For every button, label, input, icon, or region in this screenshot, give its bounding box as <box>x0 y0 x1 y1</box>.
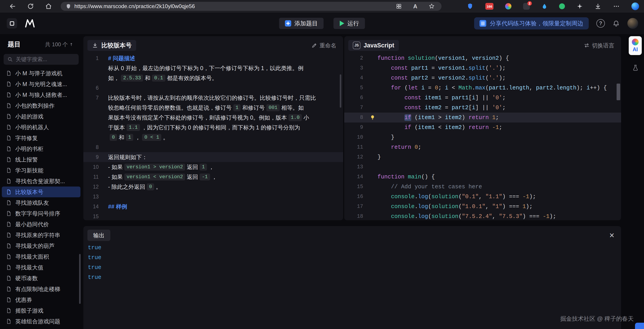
sidebar-item-label: 寻找原来的字符串 <box>15 232 60 239</box>
bell-icon[interactable] <box>612 20 620 27</box>
sidebar-scrollbar[interactable] <box>79 254 81 304</box>
switch-language-button[interactable]: 切换语言 <box>584 42 614 49</box>
code-line[interactable]: 18 console.log(solution("7.5.2.4", "7.5.… <box>344 212 621 220</box>
app-logo-mark[interactable] <box>7 18 17 28</box>
sidebar-item[interactable]: 数字字母问号排序 <box>2 208 80 219</box>
rename-button[interactable]: 重命名 <box>312 42 336 49</box>
output-line: true <box>83 262 621 272</box>
quick-fix-bulb-icon[interactable] <box>368 114 378 120</box>
code-line[interactable]: 5 for (let i = 0; i < Math.max(part1.len… <box>344 83 621 93</box>
code-line[interactable]: 6 const item1 = part1[i] || '0'; <box>344 93 621 103</box>
run-button[interactable]: 运行 <box>334 18 365 29</box>
document-icon <box>6 286 12 292</box>
code-line[interactable]: 7 const item2 = part2[i] || '0'; <box>344 103 621 112</box>
code-line-text: const part1 = version1.split('.'); <box>378 65 506 72</box>
line-number: 14 <box>344 174 368 180</box>
code-line[interactable]: 8 if (item1 > item2) return 1; <box>344 112 621 122</box>
language-chip[interactable]: JS JavaScript <box>348 40 399 51</box>
split-screen-icon[interactable] <box>395 3 402 10</box>
code-line[interactable]: 17 console.log(solution("1.0.1", "1") ==… <box>344 202 621 212</box>
sidebar-item[interactable]: 学习新技能 <box>2 165 80 176</box>
ai-assistant-button[interactable]: AI <box>629 36 642 55</box>
sidebar-item-label: 硬币凑数 <box>15 274 38 282</box>
sidebar-item-selected[interactable]: 比较版本号 <box>2 186 80 197</box>
downloads-icon[interactable] <box>594 3 601 10</box>
avatar[interactable] <box>627 18 638 29</box>
line-number: 6 <box>344 95 368 101</box>
green-dot-icon[interactable] <box>559 3 565 9</box>
code-line[interactable]: 14function main() { <box>344 172 621 182</box>
code-line[interactable]: 11 return 0; <box>344 142 621 152</box>
code-line-text: if (item1 > item2) return 1; <box>378 114 499 121</box>
document-icon <box>6 168 12 173</box>
sidebar-item[interactable]: 小 M 与狼人拯救者... <box>2 90 80 100</box>
code-line[interactable]: 10 } <box>344 132 621 142</box>
debug-flask-icon[interactable] <box>632 64 639 72</box>
sidebar-item[interactable]: 小 M 与弹子游戏机 <box>2 68 80 79</box>
sidebar-item[interactable] <box>2 327 80 329</box>
ublock-icon[interactable]: 166 <box>485 3 494 10</box>
browser-logo-icon[interactable] <box>632 2 639 10</box>
sidebar-item[interactable]: 寻找最大的葫芦 <box>2 240 80 251</box>
code-line[interactable]: 4 const part2 = version2.split('.'); <box>344 73 621 83</box>
line-number: 7 <box>83 95 105 101</box>
doc-line: 0 和 1，0 < 1。 <box>83 132 343 142</box>
sidebar-item[interactable]: 寻找原来的字符串 <box>2 230 80 240</box>
sidebar-item[interactable]: 英雄组合游戏问题 <box>2 316 80 327</box>
sidebar-item[interactable]: 寻找游戏队友 <box>2 197 80 208</box>
back-icon[interactable] <box>9 3 16 10</box>
output-tab[interactable]: 输出 <box>88 230 110 241</box>
editor-scrollbar[interactable] <box>616 84 620 100</box>
sidebar-item[interactable]: 小包的数列操作 <box>2 100 80 111</box>
document-icon <box>6 103 12 108</box>
code-line[interactable]: 13 <box>344 162 621 172</box>
read-aloud-icon[interactable]: A <box>413 3 417 10</box>
sidebar-item[interactable]: 小明的机器人 <box>2 122 80 132</box>
editor-panel-header: JS JavaScript 切换语言 <box>344 36 621 52</box>
sidebar-item[interactable]: 小 M 与光明之魂速... <box>2 79 80 90</box>
color-wheel-icon[interactable] <box>505 3 512 10</box>
problem-content[interactable]: 1# 问题描述标从 0 开始，最左边的修订号下标为 0，下一个修订号下标为 1，… <box>83 53 343 220</box>
address-bar[interactable]: https://www.marscode.cn/practice/2k10yl0… <box>61 2 442 11</box>
sidebar-item[interactable]: 字符修复 <box>2 132 80 144</box>
code-line[interactable]: 16 console.log(solution("0.1", "1.1") ==… <box>344 192 621 202</box>
share-banner[interactable]: 分享代码练习体验，领限量定制周边 <box>474 17 589 30</box>
favorite-star-icon[interactable] <box>428 3 435 10</box>
sidebar-item[interactable]: 寻找最大值 <box>2 262 80 273</box>
sidebar-item[interactable]: 寻找包含斐波那契... <box>2 176 80 186</box>
sidebar-item[interactable]: 有点限制地走楼梯 <box>2 284 80 294</box>
code-line[interactable]: 3 const part1 = version1.split('.'); <box>344 63 621 73</box>
home-icon[interactable] <box>45 3 52 10</box>
sidebar-item[interactable]: 寻找最大面积 <box>2 251 80 262</box>
adblock-shield-icon[interactable] <box>466 3 474 10</box>
problem-title-chip[interactable]: 比较版本号 <box>88 40 136 51</box>
sidebar-item[interactable]: 小明的书柜 <box>2 144 80 154</box>
line-number: 18 <box>344 214 368 219</box>
search-input[interactable] <box>16 56 75 62</box>
refresh-icon[interactable] <box>27 3 34 10</box>
sidebar-item[interactable]: 优惠券 <box>2 294 80 305</box>
sidebar-item[interactable]: 摇骰子游戏 <box>2 305 80 316</box>
chat-extension-icon[interactable]: 2 <box>523 3 530 10</box>
add-problem-button[interactable]: 添加题目 <box>279 18 324 29</box>
sparkle-icon[interactable] <box>576 3 583 10</box>
code-line-text: for (let i = 0; i < Math.max(part1.lengt… <box>378 85 607 91</box>
sidebar-item[interactable]: 最小趋同代价 <box>2 219 80 230</box>
sidebar-item[interactable]: 小超的游戏 <box>2 111 80 122</box>
code-line[interactable]: 9 if (item1 < item2) return -1; <box>344 122 621 132</box>
water-drop-icon[interactable] <box>542 3 548 9</box>
code-content[interactable]: 2function solution(version1, version2) {… <box>344 53 621 220</box>
description-scrollbar[interactable] <box>340 74 341 108</box>
help-icon[interactable]: ? <box>596 19 605 28</box>
code-line[interactable]: 15 // Add your test cases here <box>344 182 621 192</box>
sidebar-item[interactable]: 线上报警 <box>2 154 80 165</box>
ai-label: AI <box>633 46 638 52</box>
sort-icon[interactable] <box>70 42 74 47</box>
close-icon[interactable]: × <box>610 231 614 240</box>
more-menu-icon[interactable] <box>613 3 620 10</box>
code-line[interactable]: 12} <box>344 152 621 162</box>
code-line[interactable]: 2function solution(version1, version2) { <box>344 53 621 63</box>
language-label: JavaScript <box>364 42 394 49</box>
document-icon <box>6 210 12 216</box>
sidebar-item[interactable]: 硬币凑数 <box>2 273 80 284</box>
